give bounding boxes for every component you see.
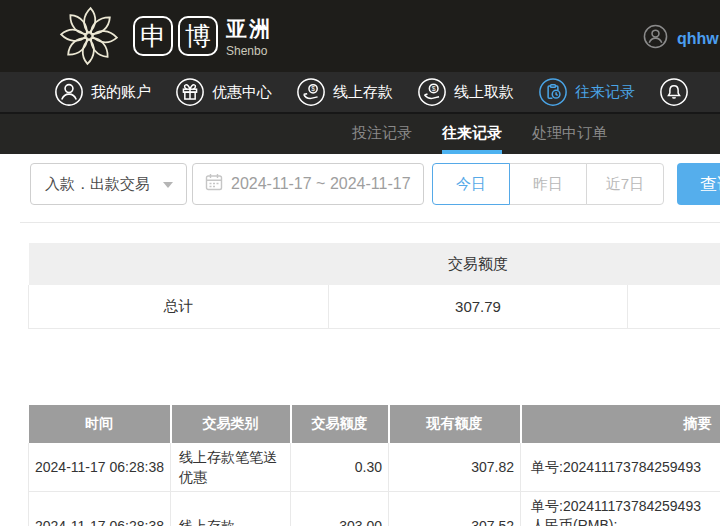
top-brand-bar: 申 博 亚洲 Shenbo qhhw — [0, 0, 720, 72]
nav-item-label: 线上取款 — [454, 83, 514, 102]
nav-item-label: 我的账户 — [91, 83, 151, 102]
deposit-coin-hand-icon: $ — [296, 77, 326, 107]
summary-line: 单号:202411173784259493 — [531, 497, 719, 516]
logo-seal-shen: 申 — [133, 16, 173, 56]
username-label: qhhw — [677, 30, 719, 48]
svg-text:$: $ — [432, 85, 436, 92]
cell-balance: 307.82 — [389, 443, 521, 492]
tab-transaction-records[interactable]: 往来记录 — [442, 114, 502, 154]
nav-item-label: 往来记录 — [575, 83, 635, 102]
main-navigation: 我的账户 优惠中心 $ 线上存款 — [0, 72, 720, 114]
col-header-type: 交易类别 — [171, 405, 291, 443]
summary-total-amount: 307.79 — [329, 285, 628, 328]
col-header-amount: 交易额度 — [291, 405, 389, 443]
nav-item-label: 优惠中心 — [212, 83, 272, 102]
section-divider — [20, 222, 720, 223]
today-button[interactable]: 今日 — [432, 163, 510, 205]
col-header-balance: 现有额度 — [389, 405, 521, 443]
transactions-page: { "brand": { "seal_char_1": "申", "seal_c… — [0, 0, 720, 526]
records-clipboard-clock-icon — [538, 77, 568, 107]
avatar-icon — [643, 24, 668, 53]
withdraw-coin-hand-icon: $ — [417, 77, 447, 107]
summary-header-amount: 交易额度 — [329, 243, 628, 285]
bell-icon — [659, 77, 689, 107]
summary-header-empty — [29, 243, 329, 285]
nav-item-withdraw[interactable]: $ 线上取款 — [417, 77, 514, 107]
nav-item-transactions[interactable]: 往来记录 — [538, 77, 635, 107]
nav-item-deposit[interactable]: $ 线上存款 — [296, 77, 393, 107]
last-7-days-button[interactable]: 近7日 — [586, 163, 664, 205]
yesterday-button[interactable]: 昨日 — [509, 163, 587, 205]
col-header-time: 时间 — [29, 405, 171, 443]
cell-amount: 303.00 — [291, 492, 389, 526]
cell-time: 2024-11-17 06:28:38 — [29, 492, 171, 526]
cell-type: 线上存款 — [171, 492, 291, 526]
nav-item-label: 线上存款 — [333, 83, 393, 102]
summary-total-label: 总计 — [29, 285, 329, 328]
summary-header-row: 交易额度 — [29, 243, 720, 285]
gift-icon — [175, 77, 205, 107]
records-header-row: 时间 交易类别 交易额度 现有额度 摘要 — [29, 405, 720, 443]
record-tabs: 投注记录 往来记录 处理中订单 — [0, 114, 720, 154]
quick-date-buttons: 今日 昨日 近7日 — [432, 163, 664, 205]
transaction-type-value: 入款．出款交易 — [31, 175, 150, 194]
cell-balance: 307.52 — [389, 492, 521, 526]
tab-betting-records[interactable]: 投注记录 — [352, 114, 412, 154]
user-account-link[interactable]: qhhw — [643, 24, 719, 53]
brand-subtitle: Shenbo — [226, 44, 272, 58]
date-range-picker[interactable]: 2024-11-17 ~ 2024-11-17 — [192, 163, 424, 205]
table-row: 2024-11-17 06:28:38 线上存款笔笔送优惠 0.30 307.8… — [29, 443, 720, 492]
summary-total-row: 总计 307.79 — [29, 285, 720, 328]
records-table: 时间 交易类别 交易额度 现有额度 摘要 2024-11-17 06:28:38… — [28, 405, 720, 526]
notifications-button[interactable] — [659, 77, 689, 107]
chevron-down-icon — [163, 182, 173, 188]
logo-seal-bo: 博 — [178, 16, 218, 56]
cell-summary: 单号:202411173784259493 人民币(RMB): 303 — [521, 492, 720, 526]
cell-time: 2024-11-17 06:28:38 — [29, 443, 171, 492]
site-logo: 申 博 亚洲 Shenbo — [50, 5, 272, 67]
cell-type: 线上存款笔笔送优惠 — [171, 443, 291, 492]
tab-processing-orders[interactable]: 处理中订单 — [532, 114, 607, 154]
nav-item-promotions[interactable]: 优惠中心 — [175, 77, 272, 107]
summary-table: 交易额度 总计 307.79 — [28, 243, 720, 329]
summary-line: 单号:202411173784259493 — [531, 458, 719, 477]
account-person-icon — [54, 77, 84, 107]
summary-empty-cell — [628, 285, 720, 328]
date-range-value: 2024-11-17 ~ 2024-11-17 — [231, 175, 411, 193]
summary-header-empty — [628, 243, 720, 285]
cell-amount: 0.30 — [291, 443, 389, 492]
calendar-icon — [205, 173, 223, 195]
table-row: 2024-11-17 06:28:38 线上存款 303.00 307.52 单… — [29, 492, 720, 526]
search-button[interactable]: 查询 — [677, 163, 720, 205]
nav-item-my-account[interactable]: 我的账户 — [54, 77, 151, 107]
lotus-flower-icon — [50, 5, 128, 67]
svg-text:$: $ — [311, 85, 315, 92]
col-header-summary: 摘要 — [521, 405, 720, 443]
transaction-type-select[interactable]: 入款．出款交易 — [30, 163, 187, 205]
brand-region-label: 亚洲 — [226, 15, 272, 43]
summary-line: 人民币(RMB): — [531, 516, 719, 526]
cell-summary: 单号:202411173784259493 — [521, 443, 720, 492]
